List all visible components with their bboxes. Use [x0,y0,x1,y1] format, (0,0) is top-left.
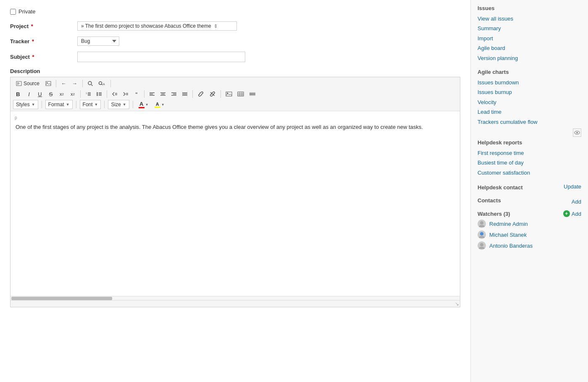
editor-wrapper: Source ← → [10,77,460,307]
highlight-color-label: A [156,102,159,107]
unlink-icon [209,91,216,97]
resize-icon: ↘ [455,301,459,307]
update-link[interactable]: Update [564,183,581,190]
italic-button[interactable]: I [24,89,34,99]
watcher-name-antonio-banderas[interactable]: Antonio Banderas [489,243,533,249]
issues-section-title: Issues [478,5,581,11]
contacts-title: Contacts [478,197,501,204]
watchers-add-group: + Add [563,210,581,217]
sidebar-link-import[interactable]: Import [478,34,581,43]
subject-required: * [32,54,34,60]
avatar-redmine-admin [478,220,486,228]
tracker-required: * [32,38,34,44]
toolbar-row-1: Source ← → [13,79,457,88]
table-button[interactable] [235,89,246,99]
sidebar-link-busiest-time-of-day[interactable]: Busiest time of day [478,158,581,167]
editor-resize-handle[interactable]: ↘ [10,300,460,307]
editor-toolbar: Source ← → [10,77,460,111]
sep-9 [42,101,42,108]
align-center-button[interactable] [158,89,168,99]
align-justify-button[interactable] [180,89,190,99]
sidebar: Issues View all issuesSummaryImportAgile… [470,0,588,382]
sep-2 [82,80,83,87]
blockquote-button[interactable]: “ [131,89,142,99]
add-contact-link[interactable]: Add [572,199,581,205]
font-color-underline [139,107,144,108]
sep-12 [133,101,133,108]
add-watcher-link[interactable]: Add [572,211,581,217]
svg-point-51 [576,132,578,133]
subject-input[interactable]: Analysis of a project [77,52,245,62]
eye-svg [574,130,580,136]
increase-indent-button[interactable] [121,89,131,99]
tracker-select[interactable]: Bug Feature Support [77,37,119,46]
superscript-button[interactable]: x2 [68,89,78,99]
decrease-indent-button[interactable] [110,89,120,99]
font-color-button[interactable]: A ▼ [136,100,151,109]
align-right-button[interactable] [169,89,179,99]
svg-point-15 [97,92,98,94]
font-dropdown[interactable]: Font ▼ [80,100,101,109]
add-watcher-circle[interactable]: + [563,210,570,217]
sidebar-link-trackers-cumulative-flow[interactable]: Trackers cumulative flow [478,117,581,127]
watcher-name-michael-stanek[interactable]: Michael Stanek [489,232,527,238]
project-select[interactable]: » The first demo project to showcase Aba… [77,21,237,31]
bold-button[interactable]: B [13,89,23,99]
sidebar-link-issues-burnup[interactable]: Issues burnup [478,87,581,97]
private-checkbox[interactable] [10,9,16,15]
editor-text[interactable]: One of the first stages of any project i… [14,121,457,133]
format-dropdown[interactable]: Format ▼ [45,100,73,109]
svg-point-53 [480,232,483,235]
redo-button[interactable]: → [70,79,80,88]
subject-row: Subject * Analysis of a project [10,52,460,62]
ordered-list-button[interactable]: 1. [83,89,93,99]
unlink-button[interactable] [207,89,218,99]
image-button[interactable] [43,79,53,88]
undo-button[interactable]: ← [59,79,69,88]
replace-icon: A [98,81,106,86]
strikethrough-button[interactable]: S [46,89,56,99]
insert-image-button[interactable] [223,89,234,99]
helpdesk-links: First response timeBusiest time of dayCu… [478,148,581,178]
sidebar-link-issues-burndown[interactable]: Issues burndown [478,78,581,87]
replace-button[interactable]: A [96,79,108,88]
sep-4 [80,90,81,98]
hr-button[interactable] [247,89,258,99]
sidebar-link-lead-time[interactable]: Lead time [478,107,581,117]
size-dropdown[interactable]: Size ▼ [108,100,129,109]
sidebar-link-version-planning[interactable]: Version planning [478,53,581,63]
horizontal-scrollbar[interactable] [10,296,460,300]
align-right-icon [171,91,177,97]
source-button[interactable]: Source [13,79,42,88]
increase-indent-icon [123,91,129,97]
bullet-list-icon [96,91,102,97]
svg-rect-42 [238,92,244,96]
sidebar-link-summary[interactable]: Summary [478,24,581,33]
find-button[interactable] [85,79,95,88]
tracker-row: Tracker * Bug Feature Support [10,37,460,46]
sep-1 [56,80,56,87]
svg-point-19 [97,95,98,96]
sidebar-link-agile-board[interactable]: Agile board [478,43,581,53]
align-left-button[interactable] [147,89,157,99]
styles-dropdown[interactable]: Styles ▼ [13,100,38,109]
svg-point-54 [480,243,483,246]
link-button[interactable] [195,89,206,99]
highlight-color-button[interactable]: A ▼ [152,100,167,109]
sidebar-link-first-response-time[interactable]: First response time [478,148,581,158]
watcher-item-redmine-admin: Redmine Admin [478,220,581,228]
underline-button[interactable]: U [35,89,45,99]
find-icon [87,81,93,86]
project-row: Project * » The first demo project to sh… [10,21,460,31]
sidebar-link-velocity[interactable]: Velocity [478,97,581,107]
private-label: Private [18,8,35,15]
subscript-button[interactable]: x2 [57,89,67,99]
watcher-name-redmine-admin[interactable]: Redmine Admin [489,221,528,227]
svg-point-17 [97,94,98,95]
bullet-list-button[interactable] [94,89,104,99]
sidebar-link-customer-satisfaction[interactable]: Customer satisfaction [478,168,581,178]
eye-icon[interactable] [573,128,581,137]
decrease-indent-icon [112,91,118,97]
editor-content[interactable]: p One of the first stages of any project… [10,111,460,296]
sidebar-link-view-all-issues[interactable]: View all issues [478,14,581,24]
